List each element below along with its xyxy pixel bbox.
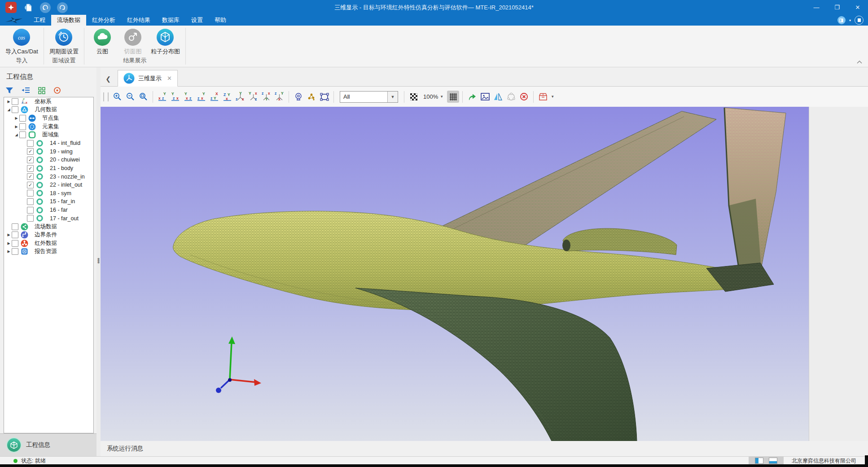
tree-row-22---inlet_out[interactable]: ✓22 - inlet_out (4, 181, 93, 189)
cloud-map-button[interactable]: 云图 (88, 29, 117, 56)
cas-import-button[interactable]: cas导入Cas/Dat (4, 29, 40, 56)
tree-checkbox[interactable]: ✓ (27, 157, 34, 163)
view-top-button[interactable]: zYX (208, 91, 220, 103)
help-manual-button[interactable] (855, 16, 864, 25)
expander-collapsed-icon[interactable]: ▶ (13, 116, 19, 120)
tree-row-红外数据[interactable]: ▶红外数据 (4, 239, 93, 248)
zoom-in-button[interactable] (111, 91, 123, 103)
box-select-button[interactable] (318, 91, 330, 103)
expander-collapsed-icon[interactable]: ▶ (6, 233, 12, 237)
view-front-button[interactable]: xzY (156, 91, 168, 103)
snapshot-button[interactable] (479, 91, 491, 103)
tree-row-节点集[interactable]: ▶节点集 (4, 114, 93, 122)
tab-3d-view[interactable]: 三维显示 ✕ (118, 70, 178, 87)
view-iso-4-button[interactable]: zYx (273, 91, 285, 103)
export-share-button[interactable] (466, 91, 478, 103)
tree-row-20---chuiwei[interactable]: ✓20 - chuiwei (4, 156, 93, 164)
tree-checkbox[interactable] (19, 115, 26, 122)
ribbon-collapse-icon[interactable] (856, 60, 863, 64)
menu-item-7[interactable]: 帮助 (209, 15, 232, 26)
split-vertical-icon[interactable] (755, 458, 763, 464)
menu-item-6[interactable]: 设置 (185, 15, 209, 26)
tree-row-18---sym[interactable]: 18 - sym (4, 189, 93, 198)
expander-collapsed-icon[interactable]: ▶ (13, 125, 19, 129)
collapse-all-icon[interactable] (22, 87, 30, 94)
viewport-3d[interactable] (101, 107, 809, 441)
view-right-button[interactable]: zxY (195, 91, 207, 103)
grid-toggle-button[interactable] (447, 91, 459, 103)
zoom-fit-button[interactable] (137, 91, 149, 103)
tree-checkbox[interactable] (12, 248, 18, 255)
tab-scroll-left-icon[interactable]: ❮ (102, 75, 114, 83)
tree-checkbox[interactable] (12, 240, 18, 247)
tree-checkbox[interactable] (19, 131, 26, 138)
expander-expanded-icon[interactable]: ◢ (13, 133, 19, 137)
toolbar-drag-handle[interactable] (103, 92, 109, 101)
tree-row-坐标系[interactable]: ▶YZX坐标系 (4, 97, 93, 106)
minimize-button[interactable]: — (806, 0, 827, 15)
periodic-face-button[interactable]: 周期面设置 (48, 29, 80, 56)
particles-display-button[interactable] (305, 91, 317, 103)
expander-collapsed-icon[interactable]: ▶ (6, 241, 12, 245)
filter-icon[interactable] (5, 87, 13, 94)
tree-checkbox[interactable]: ✓ (27, 173, 34, 180)
panel-footer-button[interactable]: 工程信息 (0, 433, 96, 456)
archive-caret-icon[interactable]: ▼ (551, 95, 554, 99)
tree-row-几何数据[interactable]: ◢几何数据 (4, 106, 93, 114)
tree-checkbox[interactable] (12, 223, 18, 230)
menu-item-4[interactable]: 红外结果 (121, 15, 156, 26)
background-pattern-button[interactable] (408, 91, 420, 103)
locate-target-icon[interactable] (53, 87, 61, 94)
menu-item-2[interactable]: 流场数据 (51, 15, 86, 26)
menu-item-1[interactable]: 工程 (28, 15, 51, 26)
tree-row-面域集[interactable]: ◢面域集 (4, 131, 93, 139)
menu-item-3[interactable]: 红外分析 (86, 15, 121, 26)
tree-row-14---int_fluid[interactable]: 14 - int_fluid (4, 139, 93, 148)
tree-checkbox[interactable]: ✓ (27, 182, 34, 188)
menu-item-5[interactable]: 数据库 (156, 15, 185, 26)
tree-row-23---nozzle_in[interactable]: ✓23 - nozzle_in (4, 172, 93, 181)
tree-checkbox[interactable] (19, 123, 26, 130)
clear-cancel-button[interactable] (518, 91, 530, 103)
tree-row-16---far[interactable]: 16 - far (4, 206, 93, 214)
camera-view-button[interactable] (292, 91, 304, 103)
layout-caret-icon[interactable]: ▾ (849, 18, 851, 22)
tree-checkbox[interactable] (27, 198, 34, 205)
link-nodes-button[interactable] (505, 91, 517, 103)
view-bottom-button[interactable]: ZYx (221, 91, 233, 103)
expander-expanded-icon[interactable]: ◢ (6, 108, 12, 112)
restore-button[interactable]: ❐ (827, 0, 847, 15)
tree-checkbox[interactable] (27, 215, 34, 222)
panel-splitter[interactable]: ●●● (96, 67, 101, 456)
tree-checkbox[interactable] (27, 140, 34, 147)
view-iso-2-button[interactable]: Yxz (247, 91, 259, 103)
expander-collapsed-icon[interactable]: ▶ (6, 100, 12, 104)
group-view-icon[interactable] (38, 87, 45, 94)
zoom-out-button[interactable] (124, 91, 136, 103)
window-layout-button[interactable] (837, 16, 846, 24)
splitter-handle[interactable]: ●●● (97, 258, 100, 263)
tree-row-边界条件[interactable]: ▶边界条件 (4, 231, 93, 240)
tree-checkbox[interactable] (12, 231, 18, 238)
view-left-button[interactable]: Yxz (182, 91, 194, 103)
app-icon[interactable] (5, 2, 17, 13)
tree-row-19---wing[interactable]: ✓19 - wing (4, 148, 93, 156)
tree-checkbox[interactable]: ✓ (27, 148, 34, 155)
mirror-button[interactable] (492, 91, 504, 103)
tree-checkbox[interactable] (27, 207, 34, 214)
particle-distribution-button[interactable]: 粒子分布图 (149, 29, 182, 56)
zoom-level-dropdown[interactable]: 100% ▼ (423, 93, 443, 100)
tree-row-15---far_in[interactable]: 15 - far_in (4, 197, 93, 206)
tree-row-21---body[interactable]: ✓21 - body (4, 164, 93, 173)
tree-row-元素集[interactable]: ▶元素集 (4, 122, 93, 131)
split-horizontal-icon[interactable] (769, 458, 777, 464)
view-iso-3-button[interactable]: zYx (260, 91, 272, 103)
new-project-button[interactable] (23, 2, 34, 13)
expander-collapsed-icon[interactable]: ▶ (6, 249, 12, 253)
tree-checkbox[interactable]: ✓ (27, 165, 34, 172)
tree-checkbox[interactable] (12, 106, 18, 113)
section-view-button[interactable]: 切面图 (118, 29, 147, 56)
redo-button[interactable] (57, 2, 68, 13)
tree-row-流场数据[interactable]: 流场数据 (4, 223, 93, 231)
undo-button[interactable] (40, 2, 51, 13)
